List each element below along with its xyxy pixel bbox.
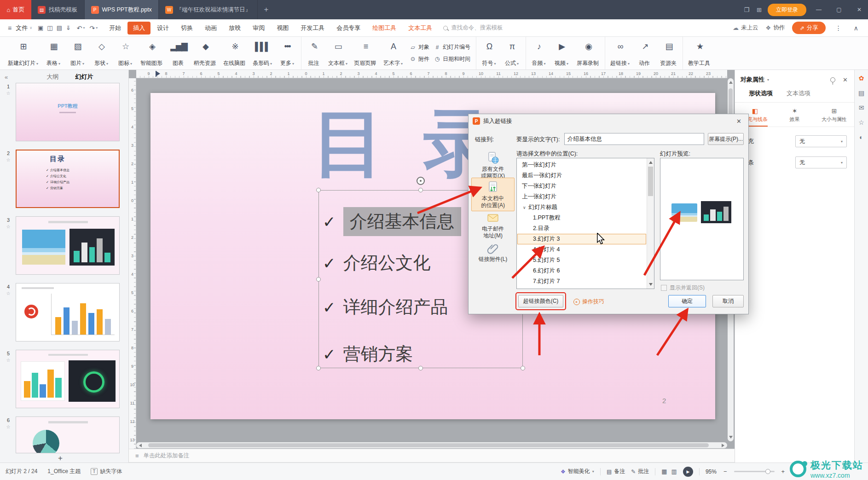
document-tab[interactable]: W 『端午狂欢祝福浓情满节日』 xyxy=(159,0,258,19)
indent-marker-icon[interactable] xyxy=(156,71,156,77)
ribbon-button[interactable]: ◉ 屏幕录制 xyxy=(573,37,603,69)
print-icon[interactable]: ▤ xyxy=(55,24,64,31)
ribbon-button[interactable]: ▌▌▌ 条形码▾ xyxy=(249,37,275,69)
slide-thumbnail-2-selected[interactable]: 2☆ 目录 ✓介绍基本信息✓介绍公文化✓详细介绍产品✓营销方案 xyxy=(3,150,125,210)
option-tab[interactable]: 形状选项 xyxy=(749,89,773,98)
smart-beautify-button[interactable]: ❖智能美化▾ xyxy=(561,468,594,475)
menu-tab[interactable]: 开发工具 xyxy=(295,22,330,35)
export-pdf-icon[interactable]: ⇓ xyxy=(64,24,73,31)
ribbon-button[interactable]: ◈ 智能图形 xyxy=(137,37,167,69)
document-tab[interactable]: P WPS PPT教程.pptx xyxy=(85,0,159,19)
position-item[interactable]: 下一张幻灯片 xyxy=(517,181,646,191)
minimize-button[interactable]: — xyxy=(811,0,827,19)
ok-button[interactable]: 确定 xyxy=(668,295,706,307)
theme-name[interactable]: 1_Office 主题 xyxy=(47,468,81,475)
resize-handle[interactable] xyxy=(521,366,525,370)
dialog-close-icon[interactable]: ✕ xyxy=(734,117,744,126)
resize-handle[interactable] xyxy=(316,188,321,192)
collapse-caret-icon[interactable]: ∨ xyxy=(523,205,526,210)
position-item[interactable]: 第一张幻灯片 xyxy=(517,160,646,170)
window-layout-icon[interactable]: ❐ xyxy=(742,6,751,13)
ribbon-small-button[interactable]: ▱ 对象 xyxy=(410,43,429,51)
collaborate-button[interactable]: ❖协作 xyxy=(766,24,785,32)
link-type-email[interactable]: 电子邮件地址(M) xyxy=(471,208,515,242)
ribbon-small-button[interactable]: # 幻灯片编号 xyxy=(434,43,470,51)
cancel-button[interactable]: 取消 xyxy=(712,295,744,307)
save-icon[interactable]: ▣ xyxy=(36,24,45,31)
menu-tab[interactable]: 放映 xyxy=(223,22,246,35)
menu-tab[interactable]: 动画 xyxy=(199,22,222,35)
screen-tip-button[interactable]: 屏幕提示(P)... xyxy=(708,133,744,145)
panel-view-tab[interactable]: 大纲 xyxy=(46,73,58,81)
skin-icon[interactable]: ✿ xyxy=(859,75,864,82)
ribbon-button[interactable]: ☆ 图标▾ xyxy=(113,37,137,69)
zoom-slider[interactable] xyxy=(734,471,775,472)
zoom-level[interactable]: 95% xyxy=(706,468,717,475)
home-tab[interactable]: ⌂ 首页 xyxy=(0,0,31,19)
menu-tab[interactable]: 文本工具 xyxy=(403,22,438,35)
ribbon-button[interactable]: ※ 在线脑图 xyxy=(220,37,249,69)
ribbon-button[interactable]: ▤ 资源夹 xyxy=(657,37,681,69)
new-tab-button[interactable]: + xyxy=(258,0,274,19)
thumbnail-frame[interactable] xyxy=(16,283,120,341)
ribbon-button[interactable]: ▶ 视频▾ xyxy=(550,37,573,69)
position-item[interactable]: 7.幻灯片 7 xyxy=(517,276,646,287)
position-item[interactable]: 最后一张幻灯片 xyxy=(517,170,646,181)
checkbox-icon[interactable] xyxy=(661,285,667,291)
panel-view-tab[interactable]: 幻灯片 xyxy=(75,73,93,81)
position-item[interactable]: ∨幻灯片标题 xyxy=(517,202,646,213)
menu-tab[interactable]: 绘图工具 xyxy=(367,22,402,35)
menu-tab[interactable]: 插入 xyxy=(127,22,150,35)
undo-button[interactable]: ↶▾ xyxy=(75,24,87,32)
position-item[interactable]: 5.幻灯片 5 xyxy=(517,255,646,266)
normal-view-icon[interactable]: ▦ xyxy=(661,468,667,475)
menu-tab[interactable]: 设计 xyxy=(151,22,174,35)
ribbon-button[interactable]: ••• 更多▾ xyxy=(275,37,299,69)
ribbon-button[interactable]: ✎ 批注 xyxy=(301,37,325,69)
share-button[interactable]: ⇗分享 xyxy=(792,22,825,34)
thumbnail-frame[interactable]: 目录 ✓介绍基本信息✓介绍公文化✓详细介绍产品✓营销方案 xyxy=(16,150,120,208)
zoom-slider-thumb[interactable] xyxy=(765,469,770,474)
bullet-text[interactable]: 介绍公文化 xyxy=(343,251,431,275)
menu-tab[interactable]: 会员专享 xyxy=(331,22,366,35)
ribbon-button[interactable]: ◆ 稻壳资源 xyxy=(191,37,220,69)
command-search[interactable]: 查找命令、搜索模板 xyxy=(443,24,503,32)
favorites-icon[interactable]: ☆ xyxy=(858,119,864,126)
slide-thumbnail-4[interactable]: 4☆ xyxy=(3,283,125,343)
dialog-titlebar[interactable]: P 插入超链接 ✕ xyxy=(469,114,748,128)
menu-tab[interactable]: 视图 xyxy=(271,22,294,35)
ribbon-small-button[interactable]: ⊙ 附件 xyxy=(410,55,429,63)
link-type-place-in-document[interactable]: 本文档中的位置(A) xyxy=(471,178,515,211)
collapse-panel-icon[interactable]: « xyxy=(5,74,8,81)
property-subtab[interactable]: ⊞ 大小与属性 xyxy=(822,107,847,127)
resize-handle[interactable] xyxy=(316,277,321,282)
property-subtab[interactable]: ✶ 效果 xyxy=(790,107,800,127)
thumbnail-frame[interactable] xyxy=(16,350,120,408)
ribbon-button[interactable]: ▦ 表格▾ xyxy=(41,37,65,69)
ribbon-button[interactable]: Ω 符号▾ xyxy=(476,37,500,69)
mail-icon[interactable]: ✉ xyxy=(859,104,864,111)
contrast-icon[interactable]: ◐ xyxy=(859,133,863,141)
resize-handle[interactable] xyxy=(316,366,321,370)
slideshow-play-button[interactable]: ▶ xyxy=(683,467,693,477)
show-and-return-checkbox[interactable]: 显示并返回(S) xyxy=(661,284,705,292)
rotate-handle[interactable] xyxy=(417,177,425,185)
position-item[interactable]: 上一张幻灯片 xyxy=(517,191,646,202)
bullet-item[interactable]: ✓介绍公文化 xyxy=(323,251,431,275)
ribbon-button[interactable]: ▨ 图片▾ xyxy=(65,37,89,69)
bullet-item[interactable]: ✓详细介绍产品 xyxy=(323,295,448,319)
notes-button[interactable]: ▤备注 xyxy=(607,468,625,475)
list-scrollbar[interactable] xyxy=(647,158,654,289)
pin-icon[interactable] xyxy=(830,77,835,82)
menu-tab[interactable]: 切换 xyxy=(175,22,198,35)
ribbon-button[interactable]: ⊞ 新建幻灯片▾ xyxy=(5,37,41,69)
maximize-button[interactable]: ▢ xyxy=(831,0,847,19)
vertical-ruler[interactable]: 654321012345678910111213 xyxy=(129,78,136,449)
bullet-item[interactable]: ✓介绍基本信息 xyxy=(323,207,461,236)
print-preview-icon[interactable]: ◫ xyxy=(45,24,54,31)
ribbon-button[interactable]: π 公式▾ xyxy=(500,37,524,69)
position-item[interactable]: 4.幻灯片 4 xyxy=(517,244,646,255)
ribbon-button[interactable]: ≡ 页眉页脚 xyxy=(351,37,380,69)
close-button[interactable]: ✕ xyxy=(851,0,867,19)
document-position-list[interactable]: 第一张幻灯片 最后一张幻灯片 下一张幻灯片 上一张幻灯片 xyxy=(516,158,654,289)
